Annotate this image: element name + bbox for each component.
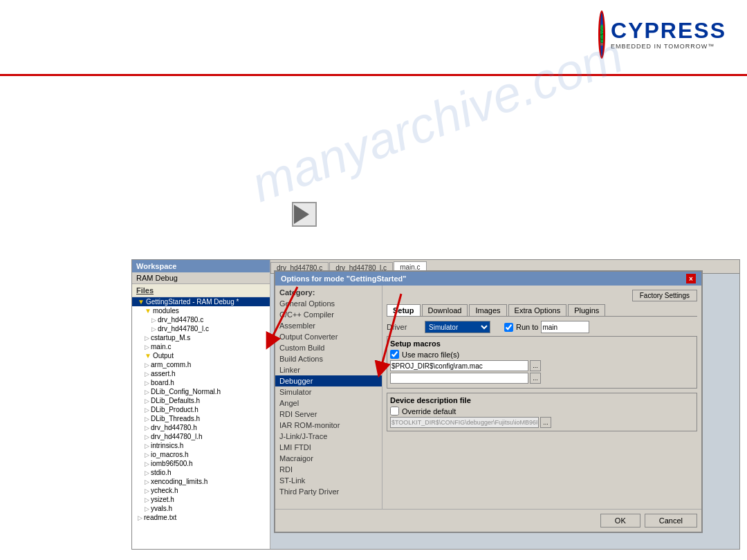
file-icon: ▷ <box>145 451 149 458</box>
tree-item-label: readme.txt <box>144 514 176 521</box>
runto-label: Run to <box>516 323 538 331</box>
runto-input[interactable] <box>541 321 589 333</box>
cancel-button[interactable]: Cancel <box>645 514 697 528</box>
use-macro-row: Use macro file(s) <box>390 350 694 359</box>
tree-item-stdio[interactable]: ▷ stdio.h <box>132 468 270 477</box>
file-icon: ▷ <box>151 317 156 324</box>
category-general[interactable]: General Options <box>275 298 382 309</box>
device-browse-btn[interactable]: ... <box>540 417 551 428</box>
category-iar[interactable]: IAR ROM-monitor <box>275 420 382 431</box>
device-desc-input[interactable] <box>390 417 539 428</box>
tree-item-label: GettingStarted - RAM Debug * <box>146 298 239 306</box>
category-jlink[interactable]: J-Link/J-Trace <box>275 431 382 442</box>
driver-select[interactable]: Simulator <box>425 321 490 333</box>
file-icon: ▷ <box>145 362 149 368</box>
tree-item-arm[interactable]: ▷ arm_comm.h <box>132 360 270 369</box>
tree-item-xenc[interactable]: ▷ xencoding_limits.h <box>132 477 270 486</box>
category-assembler[interactable]: Assembler <box>275 320 382 331</box>
tree-item-label: DLib_Defaults.h <box>151 397 200 404</box>
category-cpp[interactable]: C/C++ Compiler <box>275 309 382 320</box>
driver-label: Driver <box>387 323 425 331</box>
factory-settings-button[interactable]: Factory Settings <box>632 290 697 301</box>
tree-item-assert[interactable]: ▷ assert.h <box>132 369 270 378</box>
tree-item-dlib3[interactable]: ▷ DLib_Product.h <box>132 405 270 414</box>
runto-checkbox[interactable] <box>504 323 513 332</box>
tree-item-label: arm_comm.h <box>151 361 191 368</box>
tree-item-ycheck[interactable]: ▷ ycheck.h <box>132 486 270 495</box>
category-simulator[interactable]: Simulator <box>275 386 382 398</box>
play-triangle-icon <box>294 205 315 224</box>
device-desc-box: Device description file Override default… <box>387 393 697 431</box>
category-panel: Category: General Options C/C++ Compiler… <box>275 286 382 509</box>
tree-item-intrinsics[interactable]: ▷ intrinsics.h <box>132 441 270 450</box>
tree-item-main[interactable]: ▷ main.c <box>132 342 270 351</box>
setup-macros-title: Setup macros <box>390 339 694 348</box>
category-custom[interactable]: Custom Build <box>275 342 382 353</box>
settings-tab-setup[interactable]: Setup <box>387 304 421 316</box>
tree-item-drv4[interactable]: ▷ drv_hd44780_l.h <box>132 432 270 441</box>
category-rdi[interactable]: RDI <box>275 464 382 475</box>
override-row: Override default <box>390 407 694 416</box>
tree-item-readme[interactable]: ▷ readme.txt <box>132 513 270 522</box>
tree-item-iomacros[interactable]: ▷ io_macros.h <box>132 450 270 459</box>
settings-content: Driver Simulator Run to <box>387 321 697 431</box>
tree-item-drv2[interactable]: ▷ drv_hd44780_l.c <box>132 324 270 333</box>
category-output[interactable]: Output Converter <box>275 331 382 342</box>
logo-text-block: CYPRESS EMBEDDED IN TOMORROW™ <box>611 19 726 50</box>
tree-item-modules[interactable]: ▼ modules <box>132 306 270 315</box>
tree-item-output[interactable]: ▼ Output <box>132 351 270 360</box>
ok-button[interactable]: OK <box>600 514 640 528</box>
workspace-mode: RAM Debug <box>132 272 270 284</box>
files-header: Files <box>132 284 270 297</box>
driver-row: Driver Simulator Run to <box>387 321 697 333</box>
category-debugger[interactable]: Debugger <box>275 375 382 386</box>
file-icon: ▷ <box>138 514 142 521</box>
tree-item-yvals[interactable]: ▷ yvals.h <box>132 504 270 513</box>
tree-item-board[interactable]: ▷ board.h <box>132 378 270 387</box>
dialog-close-button[interactable]: × <box>686 274 696 283</box>
category-lmi[interactable]: LMI FTDI <box>275 442 382 453</box>
tree-item-cstartup[interactable]: ▷ cstartup_M.s <box>132 333 270 342</box>
factory-btn-row: Factory Settings <box>387 290 697 301</box>
settings-tab-extra[interactable]: Extra Options <box>508 304 567 316</box>
tree-item-label: yvals.h <box>151 505 172 512</box>
dialog-area: drv_hd44780.c drv_hd44780_l.c main.c Opt… <box>270 260 739 549</box>
file-icon: ▷ <box>145 469 149 476</box>
tree-item-drv1[interactable]: ▷ drv_hd44780.c <box>132 315 270 324</box>
category-rdi-server[interactable]: RDI Server <box>275 409 382 420</box>
tree-item-iomb[interactable]: ▷ iomb96f500.h <box>132 459 270 468</box>
folder-icon: ▼ <box>145 307 151 315</box>
workspace-panel: Workspace RAM Debug Files ▼ GettingStart… <box>132 260 270 549</box>
category-thirdparty[interactable]: Third Party Driver <box>275 486 382 497</box>
category-stlink[interactable]: ST-Link <box>275 475 382 486</box>
category-linker[interactable]: Linker <box>275 364 382 375</box>
tree-item-drv3[interactable]: ▷ drv_hd44780.h <box>132 423 270 432</box>
category-build[interactable]: Build Actions <box>275 353 382 364</box>
tree-item-label: xencoding_limits.h <box>151 478 208 485</box>
category-macraigor[interactable]: Macraigor <box>275 453 382 464</box>
tree-item-ysizet[interactable]: ▷ ysizet.h <box>132 495 270 504</box>
use-macro-checkbox[interactable] <box>390 350 399 359</box>
folder-open-icon: ▼ <box>138 298 145 306</box>
tree-item-dlib4[interactable]: ▷ DLib_Threads.h <box>132 414 270 423</box>
macro-browse-btn-1[interactable]: ... <box>530 360 541 371</box>
file-icon: ▷ <box>145 344 149 351</box>
dialog-title: Options for mode "GettingStarted" <box>281 274 407 283</box>
macro-input-2[interactable] <box>390 373 528 384</box>
tree-item-label: intrinsics.h <box>151 442 183 449</box>
macro-input-row-1: ... <box>390 360 694 371</box>
tree-item-dlib1[interactable]: ▷ DLib_Config_Normal.h <box>132 387 270 396</box>
file-icon: ▷ <box>145 335 149 342</box>
override-checkbox[interactable] <box>390 407 399 416</box>
settings-tab-images[interactable]: Images <box>469 304 506 316</box>
tree-item-dlib2[interactable]: ▷ DLib_Defaults.h <box>132 396 270 405</box>
tree-item-label: drv_hd44780.c <box>158 316 203 324</box>
settings-tab-plugins[interactable]: Plugins <box>568 304 605 316</box>
tree-item-label: DLib_Product.h <box>151 406 199 413</box>
macro-input-1[interactable] <box>390 360 528 371</box>
settings-tab-download[interactable]: Download <box>422 304 468 316</box>
tree-item-root[interactable]: ▼ GettingStarted - RAM Debug * <box>132 297 270 306</box>
macro-browse-btn-2[interactable]: ... <box>530 373 541 384</box>
tree-item-label: io_macros.h <box>151 451 188 458</box>
category-angel[interactable]: Angel <box>275 398 382 409</box>
